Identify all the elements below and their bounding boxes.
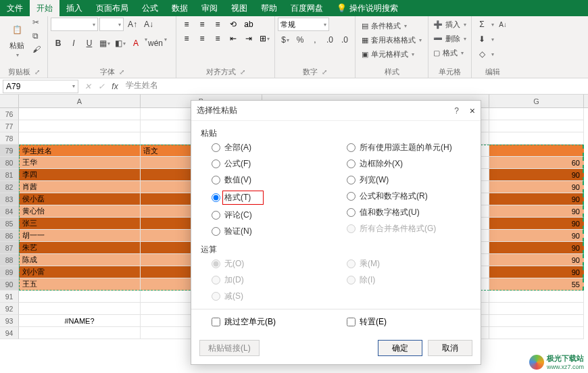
- ok-button[interactable]: 确定: [378, 340, 422, 356]
- paste-link-button[interactable]: 粘贴链接(L): [199, 340, 260, 356]
- tab-data[interactable]: 数据: [165, 0, 195, 16]
- font-size-select[interactable]: ▾: [99, 18, 124, 31]
- table-format-button[interactable]: ▦套用表格格式▾: [360, 33, 424, 47]
- merge-cells-button[interactable]: ⊞▾: [257, 32, 272, 45]
- font-family-select[interactable]: ▾: [51, 18, 98, 31]
- radio-value[interactable]: 数值(V): [212, 174, 336, 186]
- checkbox-transpose[interactable]: 转置(E): [336, 316, 471, 328]
- cell[interactable]: 90: [489, 218, 584, 230]
- cell-styles-button[interactable]: ▣单元格样式▾: [360, 47, 424, 61]
- cell[interactable]: [19, 303, 141, 315]
- comma-icon[interactable]: ,: [308, 33, 322, 47]
- decrease-indent-icon[interactable]: ⇤: [226, 32, 241, 45]
- row-header[interactable]: 85: [0, 218, 19, 230]
- cell[interactable]: [489, 303, 584, 315]
- cell[interactable]: [489, 327, 584, 339]
- row-header[interactable]: 90: [0, 278, 19, 291]
- cell[interactable]: 李四: [19, 169, 141, 181]
- row-header[interactable]: 82: [0, 181, 19, 193]
- tab-formula[interactable]: 公式: [135, 0, 165, 16]
- row-header[interactable]: 86: [0, 230, 19, 242]
- cell[interactable]: 学生姓名: [19, 145, 141, 157]
- help-button[interactable]: ?: [454, 106, 459, 116]
- cell[interactable]: 60: [489, 157, 584, 169]
- tab-help[interactable]: 帮助: [254, 0, 284, 16]
- italic-button[interactable]: I: [66, 36, 81, 50]
- radio-noborder[interactable]: 边框除外(X): [347, 158, 471, 170]
- column-header[interactable]: A: [19, 95, 141, 107]
- phonetic-button[interactable]: wén: [148, 36, 163, 50]
- align-middle-icon[interactable]: ≡: [195, 18, 210, 31]
- fill-color-button[interactable]: ◧▾: [113, 36, 128, 50]
- row-header[interactable]: 91: [0, 291, 19, 303]
- cell[interactable]: [489, 145, 584, 157]
- cell[interactable]: [19, 291, 141, 303]
- cell[interactable]: #NAME?: [19, 315, 141, 327]
- cancel-icon[interactable]: ✕: [81, 80, 95, 93]
- cell[interactable]: 90: [489, 181, 584, 193]
- cell[interactable]: 张三: [19, 218, 141, 230]
- row-header[interactable]: 81: [0, 169, 19, 181]
- cell[interactable]: 90: [489, 254, 584, 266]
- border-button[interactable]: ▦▾: [97, 36, 112, 50]
- tab-page-layout[interactable]: 页面布局: [89, 0, 135, 16]
- tab-insert[interactable]: 插入: [59, 0, 89, 16]
- clear-button[interactable]: ◇: [474, 47, 489, 61]
- cell[interactable]: 朱艺: [19, 242, 141, 254]
- tab-tellme[interactable]: 💡 操作说明搜索: [330, 0, 405, 16]
- row-header[interactable]: 92: [0, 303, 19, 315]
- wrap-text-button[interactable]: ab: [241, 18, 256, 31]
- cell[interactable]: 侯小磊: [19, 193, 141, 205]
- increase-indent-icon[interactable]: ⇥: [241, 32, 256, 45]
- row-header[interactable]: 78: [0, 132, 19, 145]
- radio-comment[interactable]: 评论(C): [212, 209, 336, 221]
- underline-button[interactable]: U: [82, 36, 97, 50]
- cell[interactable]: 90: [489, 242, 584, 254]
- decrease-decimal-icon[interactable]: .0: [337, 33, 352, 47]
- font-color-button[interactable]: A: [128, 36, 143, 50]
- cut-icon[interactable]: ✂: [32, 18, 45, 30]
- cell[interactable]: 90: [489, 205, 584, 218]
- row-header[interactable]: 80: [0, 157, 19, 169]
- cell[interactable]: 王华: [19, 157, 141, 169]
- row-header[interactable]: 76: [0, 108, 19, 120]
- radio-all[interactable]: 全部(A): [212, 142, 336, 153]
- bold-button[interactable]: B: [51, 36, 66, 50]
- currency-icon[interactable]: $▾: [278, 33, 293, 47]
- radio-value-num[interactable]: 值和数字格式(U): [347, 207, 471, 218]
- cell[interactable]: [19, 108, 141, 120]
- tab-netdisk[interactable]: 百度网盘: [284, 0, 330, 16]
- tab-review[interactable]: 审阅: [195, 0, 224, 16]
- cell[interactable]: 90: [489, 169, 584, 181]
- expand-icon[interactable]: ⤢: [34, 68, 40, 76]
- close-button[interactable]: ×: [470, 105, 475, 116]
- tab-file[interactable]: 文件: [0, 0, 30, 16]
- cell[interactable]: [489, 315, 584, 327]
- orientation-icon[interactable]: ⟲: [226, 18, 241, 31]
- cell[interactable]: 90: [489, 230, 584, 242]
- name-box[interactable]: A79▾: [3, 80, 78, 93]
- row-header[interactable]: 88: [0, 254, 19, 266]
- cell[interactable]: 胡一一: [19, 230, 141, 242]
- radio-colwidth[interactable]: 列宽(W): [347, 174, 471, 186]
- delete-cells-button[interactable]: ➖删除▾: [431, 32, 468, 45]
- row-header[interactable]: 77: [0, 120, 19, 132]
- number-format-select[interactable]: 常规▾: [278, 18, 329, 31]
- radio-validate[interactable]: 验证(N): [212, 226, 336, 237]
- cell[interactable]: [489, 291, 584, 303]
- format-cells-button[interactable]: ▢格式▾: [431, 46, 468, 59]
- autosum-button[interactable]: Σ: [474, 18, 489, 31]
- radio-format[interactable]: 格式(T): [212, 191, 336, 205]
- decrease-font-icon[interactable]: A↓: [141, 18, 156, 31]
- sort-filter-button[interactable]: A↓: [495, 18, 510, 31]
- align-bottom-icon[interactable]: ≡: [210, 18, 225, 31]
- cell[interactable]: 黄心怡: [19, 205, 141, 218]
- fx-button[interactable]: fx: [108, 80, 122, 93]
- row-header[interactable]: 87: [0, 242, 19, 254]
- conditional-format-button[interactable]: ▤条件格式▾: [360, 19, 424, 32]
- cell[interactable]: 90: [489, 193, 584, 205]
- column-header[interactable]: G: [489, 95, 584, 107]
- row-header[interactable]: 94: [0, 327, 19, 339]
- expand-icon[interactable]: ⤢: [119, 68, 124, 76]
- insert-cells-button[interactable]: ➕插入▾: [431, 18, 468, 31]
